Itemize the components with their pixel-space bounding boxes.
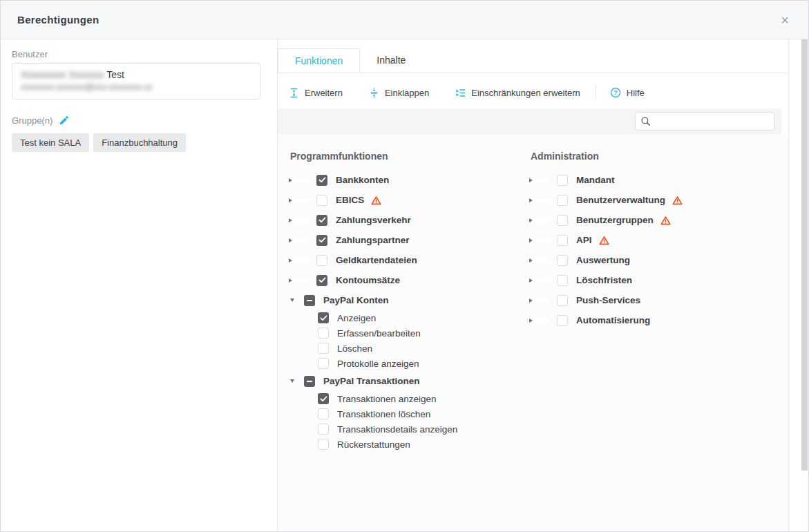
tree-item-label: Bankkonten xyxy=(336,175,389,185)
caret-right-icon[interactable] xyxy=(290,218,310,222)
caret-right-icon[interactable] xyxy=(531,278,550,283)
tree-item-label: Transaktionen anzeigen xyxy=(337,394,437,404)
tree-item[interactable]: Automatisierung xyxy=(531,310,788,330)
tree-items: BankkontenEBICSZahlungsverkehrZahlungspa… xyxy=(290,170,531,452)
caret-right-icon[interactable] xyxy=(290,278,310,283)
tree-child-item[interactable]: Rückerstattungen xyxy=(290,437,531,452)
checkbox-unchecked[interactable] xyxy=(318,358,329,369)
caret-down-icon[interactable] xyxy=(290,298,297,302)
checkbox-checked[interactable] xyxy=(316,275,327,286)
caret-right-icon[interactable] xyxy=(531,258,550,263)
svg-text:?: ? xyxy=(613,89,618,96)
tree-item[interactable]: PayPal Transaktionen xyxy=(290,371,531,391)
checkbox-unchecked[interactable] xyxy=(318,424,329,435)
expand-icon xyxy=(289,88,299,98)
help-icon: ? xyxy=(610,87,621,98)
tree-item-label: Zahlungspartner xyxy=(336,235,410,245)
tree-item[interactable]: Geldkartendateien xyxy=(290,250,531,270)
tree-item[interactable]: Zahlungsverkehr xyxy=(290,210,531,230)
checkbox-unchecked[interactable] xyxy=(318,408,329,419)
tree-child-item[interactable]: Transaktionen löschen xyxy=(290,406,531,421)
caret-right-icon[interactable] xyxy=(290,258,310,263)
caret-right-icon[interactable] xyxy=(531,218,550,222)
checkbox-unchecked[interactable] xyxy=(316,255,327,266)
help-button[interactable]: ? Hilfe xyxy=(610,87,645,98)
tree-item[interactable]: Bankkonten xyxy=(290,170,531,190)
scrollbar-thumb[interactable] xyxy=(801,39,808,471)
gruppen-label: Gruppe(n) xyxy=(12,115,53,126)
caret-right-icon[interactable] xyxy=(531,178,550,182)
checkbox-unchecked[interactable] xyxy=(557,195,568,206)
tree-item[interactable]: Auswertung xyxy=(531,250,788,270)
checkbox-unchecked[interactable] xyxy=(318,439,329,450)
tree-item-label: Automatisierung xyxy=(576,315,650,325)
checkbox-unchecked[interactable] xyxy=(557,315,568,326)
checkbox-unchecked[interactable] xyxy=(557,175,568,186)
checkbox-indeterminate[interactable] xyxy=(304,295,315,306)
caret-down-icon[interactable] xyxy=(290,379,297,383)
search-box[interactable] xyxy=(635,112,774,131)
group-chip[interactable]: Test kein SALA xyxy=(12,133,89,152)
scrollbar-track xyxy=(801,39,808,531)
tree-item-label: Push-Services xyxy=(576,295,640,305)
checkbox-checked[interactable] xyxy=(316,175,327,186)
tree-child-item[interactable]: Protokolle anzeigen xyxy=(290,356,531,371)
edit-icon[interactable] xyxy=(59,115,70,126)
toolbar-separator xyxy=(596,85,596,100)
dialog-header: Berechtigungen × xyxy=(1,1,808,39)
checkbox-checked[interactable] xyxy=(318,312,329,323)
tree-items: MandantBenutzerverwaltungBenutzergruppen… xyxy=(531,170,788,330)
caret-right-icon[interactable] xyxy=(290,238,310,243)
tree-item[interactable]: Benutzerverwaltung xyxy=(531,190,788,210)
expand-button[interactable]: Erweitern xyxy=(289,88,343,98)
tree-child-item[interactable]: Löschen xyxy=(290,341,531,356)
restrictions-expand-button[interactable]: Einschränkungen erweitern xyxy=(455,88,580,98)
caret-right-icon[interactable] xyxy=(290,178,310,182)
tree-item[interactable]: Push-Services xyxy=(531,290,788,310)
tree-child-item[interactable]: Transaktionsdetails anzeigen xyxy=(290,421,531,437)
warning-icon xyxy=(371,196,381,205)
column-header: Programmfunktionen xyxy=(290,151,531,162)
checkbox-checked[interactable] xyxy=(316,215,327,226)
checkbox-checked[interactable] xyxy=(318,393,329,404)
checkbox-unchecked[interactable] xyxy=(318,327,329,339)
tree-item[interactable]: API xyxy=(531,230,788,250)
tab-funktionen[interactable]: Funktionen xyxy=(278,48,360,73)
group-chip[interactable]: Finanzbuchhaltung xyxy=(93,133,186,152)
checkbox-unchecked[interactable] xyxy=(557,215,568,226)
warning-icon xyxy=(599,236,609,245)
tree-item[interactable]: Kontoumsätze xyxy=(290,270,531,290)
tree-item-label: Rückerstattungen xyxy=(337,439,410,450)
close-icon[interactable]: × xyxy=(778,10,792,30)
checkbox-checked[interactable] xyxy=(316,235,327,246)
caret-right-icon[interactable] xyxy=(531,198,550,202)
tree-item[interactable]: Benutzergruppen xyxy=(531,210,788,230)
tree-item-label: Löschfristen xyxy=(576,275,632,285)
checkbox-unchecked[interactable] xyxy=(557,295,568,306)
checkbox-unchecked[interactable] xyxy=(557,235,568,246)
caret-right-icon[interactable] xyxy=(290,198,310,202)
page-title: Berechtigungen xyxy=(17,14,99,26)
tree-item[interactable]: Löschfristen xyxy=(531,270,788,290)
tree-child-item[interactable]: Anzeigen xyxy=(290,310,531,325)
tree-item[interactable]: Zahlungspartner xyxy=(290,230,531,250)
tab-inhalte[interactable]: Inhalte xyxy=(360,48,422,73)
tree-item[interactable]: Mandant xyxy=(531,170,788,190)
collapse-button[interactable]: Einklappen xyxy=(369,88,429,98)
checkbox-indeterminate[interactable] xyxy=(304,376,315,387)
tree-child-item[interactable]: Erfassen/bearbeiten xyxy=(290,325,531,341)
tree-item[interactable]: EBICS xyxy=(290,190,531,210)
checkbox-unchecked[interactable] xyxy=(318,343,329,354)
checkbox-unchecked[interactable] xyxy=(557,255,568,266)
search-input[interactable] xyxy=(654,115,769,127)
tree-item[interactable]: PayPal Konten xyxy=(290,290,531,310)
search-icon xyxy=(640,116,651,126)
checkbox-unchecked[interactable] xyxy=(557,275,568,286)
tree-child-item[interactable]: Transaktionen anzeigen xyxy=(290,391,531,406)
caret-right-icon[interactable] xyxy=(531,319,550,323)
caret-right-icon[interactable] xyxy=(531,298,550,303)
column-header: Administration xyxy=(531,151,788,162)
tab-bar: Funktionen Inhalte xyxy=(278,48,788,73)
caret-right-icon[interactable] xyxy=(531,238,550,243)
checkbox-unchecked[interactable] xyxy=(316,195,327,206)
